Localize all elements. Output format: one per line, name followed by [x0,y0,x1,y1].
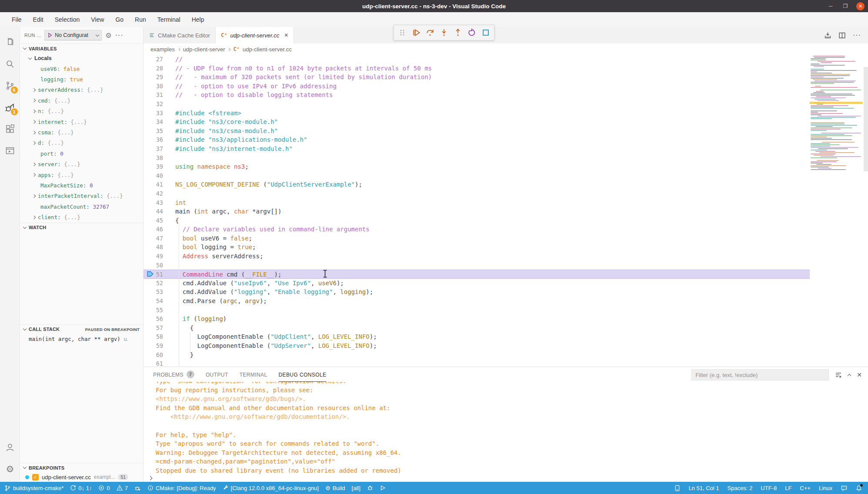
restart-button[interactable] [466,27,477,38]
variable-row[interactable]: server: {...} [20,159,143,170]
line-number[interactable]: 32 [144,100,163,109]
line-number[interactable]: 27 [144,55,163,64]
status-gear-icon[interactable]: ⚙Build [325,485,345,491]
line-number[interactable]: 53 [144,287,163,297]
variable-row[interactable]: apps: {...} [20,170,143,180]
views-more-actions-icon[interactable]: ··· [115,31,124,39]
line-number[interactable]: 38 [144,154,163,163]
line-number[interactable]: 31 [144,90,163,100]
line-number[interactable]: 59 [144,341,163,350]
breakpoint-checkbox[interactable]: ✓ [32,474,39,481]
variable-row[interactable]: n: {...} [20,106,143,117]
variable-row[interactable]: interPacketInterval: {...} [20,191,143,201]
line-number[interactable]: 47 [144,234,163,243]
status-device-icon[interactable] [674,485,680,491]
debug-console-input[interactable] [144,474,868,482]
menu-view[interactable]: View [86,14,109,25]
breadcrumb-item-file[interactable]: udp-client-server.cc [243,46,292,53]
line-number[interactable]: 45 [144,216,163,225]
step-out-button[interactable] [452,27,464,38]
activity-settings-gear-icon[interactable]: ⚙ [0,458,20,480]
split-editor-icon[interactable] [838,32,846,39]
status-play-icon[interactable] [380,485,386,491]
variable-row[interactable]: cmd: {...} [20,95,143,106]
stop-button[interactable] [480,27,491,38]
start-debug-icon[interactable] [47,33,53,38]
menu-selection[interactable]: Selection [50,14,85,25]
status-debug-alt-icon[interactable] [134,485,141,491]
menu-terminal[interactable]: Terminal [153,14,185,25]
status-utf-8[interactable]: UTF-8 [761,485,777,491]
line-number[interactable]: 61 [144,359,163,367]
line-number[interactable]: 42 [144,189,163,198]
status-bell-icon[interactable] [856,485,862,491]
status-lf[interactable]: LF [785,485,791,491]
variable-row[interactable]: serverAddress: {...} [20,85,143,95]
step-into-button[interactable] [438,27,450,38]
step-over-button[interactable] [424,27,436,38]
line-number[interactable]: 29 [144,73,163,82]
line-number[interactable]: 44 [144,207,163,216]
menu-edit[interactable]: Edit [28,14,48,25]
breadcrumb-item-examples[interactable]: examples [150,46,175,53]
line-number[interactable]: 43 [144,198,163,207]
editor-tab-udp-client-server-cc[interactable]: C⁺udp-client-server.cc✕ [216,27,294,43]
activity-account-icon[interactable] [0,437,20,458]
variable-row[interactable]: maxPacketCount: 32767 [20,201,143,212]
variable-row[interactable]: csma: {...} [20,127,143,137]
line-number[interactable]: 48 [144,243,163,252]
variable-row[interactable]: client: {...} [20,212,143,222]
menu-file[interactable]: File [7,14,27,25]
line-number[interactable]: 49 [144,252,163,261]
status-spaces-2[interactable]: Spaces: 2 [728,485,753,491]
variable-row[interactable]: internet: {...} [20,117,143,127]
line-number[interactable]: 30 [144,82,163,91]
line-number[interactable]: 60 [144,350,163,360]
line-number[interactable]: 54 [144,297,163,306]
panel-tab-debug-console[interactable]: DEBUG CONSOLE [279,367,327,382]
minimize-button[interactable]: ─ [827,2,835,10]
activity-run-debug-icon[interactable]: 1 [0,97,20,118]
status-warning-icon[interactable]: 7 [117,485,128,491]
variable-row[interactable]: useV6: false [20,63,143,74]
line-number[interactable]: 50 [144,261,163,270]
variable-row[interactable]: logging: true [20,74,143,84]
activity-test-panel-icon[interactable] [0,140,20,162]
line-number[interactable]: 34 [144,117,163,127]
line-number[interactable]: 56 [144,314,163,324]
close-tab-icon[interactable]: ✕ [284,32,288,38]
watch-section-header[interactable]: WATCH [20,223,143,232]
variables-scope-locals[interactable]: Locals [20,53,143,63]
menu-help[interactable]: Help [187,14,209,25]
panel-tab-terminal[interactable]: TERMINAL [240,367,267,382]
activity-source-control-icon[interactable]: 6 [0,75,20,97]
debug-settings-gear-icon[interactable]: ⚙ [105,31,111,40]
more-actions-icon[interactable]: ··· [853,31,861,39]
status-info-icon[interactable]: CMake: [Debug]: Ready [147,485,216,491]
line-number[interactable]: 46 [144,225,163,234]
variables-section-header[interactable]: VARIABLES [20,43,143,53]
debug-configuration-dropdown[interactable]: No Configurat [44,30,102,40]
editor-tab-cmake-cache-editor[interactable]: CMake Cache Editor [144,27,216,43]
breadcrumb-item-folder[interactable]: udp-client-server [183,46,225,53]
status-error-icon[interactable]: 0 [98,485,110,491]
editor-scrollbar[interactable] [864,67,868,171]
code-editor[interactable]: 27//28// - UDP flow from n0 to n1 of 102… [144,55,868,367]
line-number[interactable]: 28 [144,64,163,73]
activity-extensions-icon[interactable] [0,118,20,140]
continue-button[interactable] [411,27,422,38]
clear-console-icon[interactable] [835,371,842,378]
activity-files-icon[interactable] [0,31,20,53]
status-sync-icon[interactable]: 0↓ 1↑ [70,485,92,491]
variable-row[interactable]: d: {...} [20,138,143,148]
minimap[interactable] [810,55,863,185]
panel-tab-output[interactable]: OUTPUT [206,367,228,382]
status--all-[interactable]: [all] [352,485,361,491]
line-number[interactable]: 52 [144,279,163,288]
call-stack-frame[interactable]: main(int argc, char ** argv) u. [20,334,143,344]
breakpoint-row[interactable]: ✓ udp-client-server.cc exampl... 51 [20,472,143,482]
line-number[interactable]: 36 [144,135,163,144]
status-c++[interactable]: C++ [800,485,811,491]
run-file-icon[interactable] [824,32,831,39]
line-number[interactable]: 39 [144,162,163,171]
